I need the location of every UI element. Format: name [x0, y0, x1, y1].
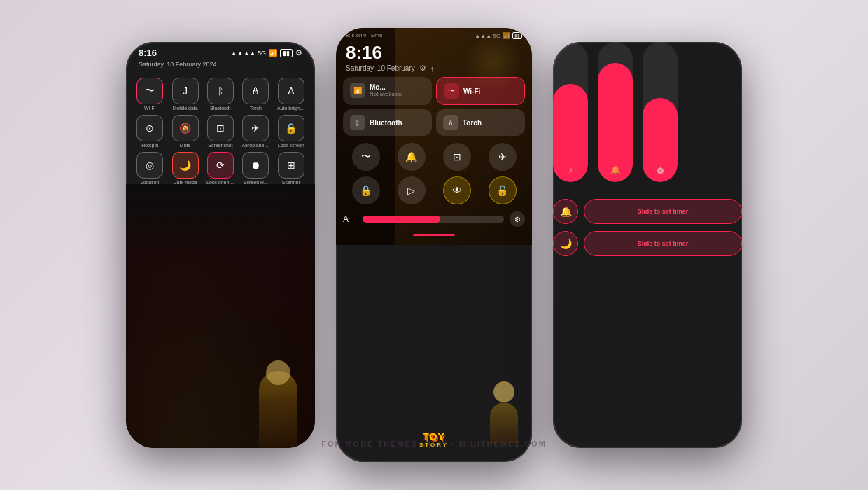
icon-darkmode[interactable]: 🌙 Dark mode	[169, 152, 200, 185]
btn-navigation[interactable]: ▷	[398, 176, 426, 204]
btn-eye[interactable]: 👁	[443, 176, 471, 204]
tile-bluetooth[interactable]: ᛒ Bluetooth	[343, 109, 432, 136]
status-bar-1: 8:16 ▲▲▲▲ 5G 📶 ▮▮ ⚙	[126, 42, 315, 61]
alarm-icon: ⏰	[655, 165, 666, 175]
icon-autobright[interactable]: A Auto bright...	[276, 78, 307, 111]
sliders-container: ♪ 🔔 ⏰	[553, 42, 742, 182]
battery-icon-1: ▮▮	[280, 49, 293, 57]
icon-scanner[interactable]: ⊞ Scanner	[276, 152, 307, 185]
notif-bar-2: 8:is only Eme ▲▲▲ 5G 📶 ▮▮	[336, 28, 532, 39]
wifi-icon-1: 📶	[269, 49, 277, 57]
timer-row-1: 🔔 Slide to set timer	[553, 199, 742, 224]
controls-row-1: 〜 🔔 ⊡ ✈	[336, 140, 532, 174]
scene: 8:16 ▲▲▲▲ 5G 📶 ▮▮ ⚙ Saturday, 10 Februar…	[0, 0, 868, 490]
signal-1: ▲▲▲▲ 5G	[231, 50, 266, 57]
music-slider[interactable]: ♪	[553, 42, 588, 182]
icon-mobiledata[interactable]: J Mobile data	[169, 78, 200, 111]
time-1: 8:16	[139, 48, 157, 58]
icon-location[interactable]: ◎ Location	[134, 152, 165, 185]
icon-hotspot[interactable]: ⊙ Hotspot	[134, 115, 165, 148]
watermark: FOR MORE THEMES VISIT - MIUITHEMEZ.COM	[321, 440, 547, 448]
tile-mobiledata[interactable]: 📶 Mo... Not available	[343, 77, 432, 105]
icon-mute[interactable]: 🔕 Mute	[169, 115, 200, 148]
timer-slide-btn-1[interactable]: Slide to set timer	[584, 199, 742, 224]
btn-crop[interactable]: ⊡	[443, 143, 471, 171]
btn-wifi[interactable]: 〜	[352, 143, 380, 171]
tile-wifi[interactable]: 〜 Wi-Fi	[436, 77, 525, 105]
timer-row-2: 🌙 Slide to set timer	[553, 231, 742, 256]
phone-1: 8:16 ▲▲▲▲ 5G 📶 ▮▮ ⚙ Saturday, 10 Februar…	[126, 42, 315, 448]
icons-grid-1: 〜 Wi-Fi J Mobile data ᛒ Bluetooth 🕯 Torc…	[126, 74, 315, 189]
character-art	[483, 382, 525, 444]
btn-lock2[interactable]: 🔓	[489, 176, 517, 204]
controls-row-2: 🔒 ▷ 👁 🔓	[336, 174, 532, 207]
icon-lockscreen[interactable]: 🔒 Lock screen	[276, 115, 307, 148]
icon-wifi[interactable]: 〜 Wi-Fi	[134, 78, 165, 111]
date-1: Saturday, 10 February 2024	[126, 61, 315, 74]
icon-torch[interactable]: 🕯 Torch	[240, 78, 271, 111]
bell-slider[interactable]: 🔔	[598, 42, 633, 182]
icon-bluetooth[interactable]: ᛒ Bluetooth	[205, 78, 236, 111]
music-slider-container[interactable]: ♪	[553, 42, 588, 182]
phone-2: 8:is only Eme ▲▲▲ 5G 📶 ▮▮ 8:16 Saturday,…	[336, 28, 532, 462]
alarm-slider[interactable]: ⏰	[643, 42, 678, 182]
btn-bell[interactable]: 🔔	[398, 143, 426, 171]
time-2: 8:16	[336, 39, 532, 64]
bell-slider-container[interactable]: 🔔	[598, 42, 633, 182]
icon-lockorientation[interactable]: ⟳ Lock orient...	[205, 152, 236, 185]
phone-3: ♪ 🔔 ⏰	[553, 42, 742, 448]
bell-icon: 🔔	[610, 165, 621, 175]
btn-airplane[interactable]: ✈	[489, 143, 517, 171]
background-image-1	[126, 184, 315, 448]
brightness-control-2[interactable]: A ⚙	[336, 207, 532, 231]
alarm-slider-container[interactable]: ⏰	[643, 42, 678, 182]
tile-torch[interactable]: 🕯 Torch	[436, 109, 525, 136]
settings-icon-1: ⚙	[295, 48, 302, 57]
icon-airplane[interactable]: ✈ Aeroplane m...	[240, 115, 271, 148]
indicator-line	[413, 234, 455, 236]
icon-screenrecord[interactable]: ⏺ Screen R...	[240, 152, 271, 185]
icon-screenshot[interactable]: ⊡ Screenshot	[205, 115, 236, 148]
brightness-bar-2[interactable]	[363, 216, 504, 223]
timer-bell-icon: 🔔	[553, 199, 578, 224]
control-tiles: 📶 Mo... Not available 〜 Wi-Fi	[336, 73, 532, 140]
date-2: Saturday, 10 February ⚙ ↑	[336, 64, 532, 73]
btn-lock[interactable]: 🔒	[352, 176, 380, 204]
music-icon: ♪	[568, 165, 573, 175]
timer-slide-btn-2[interactable]: Slide to set timer	[584, 231, 742, 256]
timer-moon-icon: 🌙	[553, 231, 578, 256]
